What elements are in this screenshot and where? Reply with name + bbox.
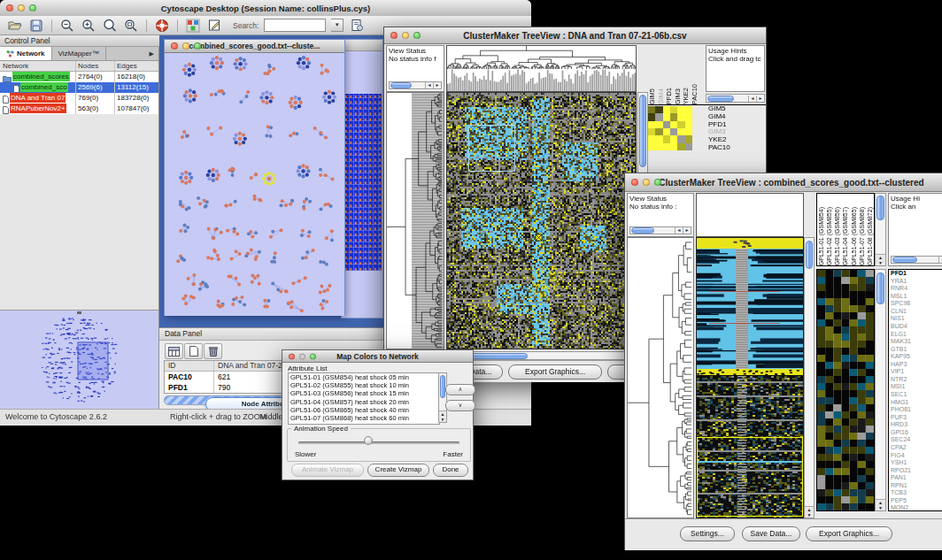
close-icon[interactable] bbox=[289, 353, 295, 359]
create-vizmap-button[interactable]: Create Vizmap bbox=[367, 464, 429, 477]
matrix-cell[interactable] bbox=[655, 143, 662, 150]
attribute-item[interactable]: GPL51-01 (GSM854) heat shock 05 min bbox=[289, 373, 439, 381]
matrix-cell[interactable] bbox=[677, 143, 684, 150]
matrix-cell[interactable] bbox=[685, 143, 692, 150]
heatmap-vertical-scrollbar[interactable]: ▲▼ bbox=[804, 237, 815, 518]
network-list-item[interactable]: RNAPuberNov2+563(0)107847(0) bbox=[0, 104, 158, 114]
tab-network[interactable]: Network bbox=[0, 47, 52, 60]
zoom-heatmap-matrix[interactable] bbox=[648, 106, 692, 150]
matrix-cell[interactable] bbox=[685, 135, 692, 142]
treeview2-title-bar[interactable]: ClusterMaker TreeView : combined_scores_… bbox=[625, 173, 942, 192]
matrix-cell[interactable] bbox=[663, 113, 670, 120]
heatmap-horizontal-scrollbar[interactable]: ◄► bbox=[446, 351, 647, 360]
zoom-vertical-scrollbar[interactable]: ▲▼ bbox=[875, 269, 886, 511]
new-attribute-icon[interactable] bbox=[184, 343, 203, 359]
scroll-arrows[interactable]: ▲▼ bbox=[805, 506, 814, 518]
close-icon[interactable] bbox=[390, 32, 398, 39]
scrollbar-thumb[interactable] bbox=[639, 95, 646, 167]
minimize-icon[interactable] bbox=[299, 353, 305, 359]
view-status-scrollbar[interactable]: ◄► bbox=[629, 226, 691, 234]
matrix-cell[interactable] bbox=[685, 121, 692, 128]
matrix-cell[interactable] bbox=[677, 135, 684, 142]
network-list-header[interactable]: Network Nodes Edges bbox=[0, 61, 158, 72]
col-id[interactable]: ID bbox=[165, 361, 214, 371]
network-overview-navigator[interactable] bbox=[0, 310, 158, 410]
matrix-cell[interactable] bbox=[685, 106, 692, 113]
matrix-cell[interactable] bbox=[685, 128, 692, 135]
matrix-cell[interactable] bbox=[648, 143, 655, 150]
search-input[interactable] bbox=[264, 19, 326, 32]
minimize-icon[interactable] bbox=[643, 179, 650, 186]
matrix-cell[interactable] bbox=[655, 128, 662, 135]
usage-hints-scrollbar[interactable]: ◄► bbox=[891, 256, 942, 264]
background-window-title-bar[interactable] bbox=[342, 40, 382, 51]
matrix-cell[interactable] bbox=[663, 128, 670, 135]
col-edges[interactable]: Edges bbox=[115, 61, 158, 71]
matrix-cell[interactable] bbox=[655, 113, 662, 120]
matrix-cell[interactable] bbox=[677, 128, 684, 135]
zoom-window-icon[interactable] bbox=[310, 353, 316, 359]
scroll-arrows[interactable]: ▲▼ bbox=[876, 499, 885, 510]
save-icon[interactable] bbox=[28, 19, 44, 33]
export-graphics-button[interactable]: Export Graphics... bbox=[508, 364, 602, 380]
close-icon[interactable] bbox=[6, 4, 13, 12]
zoom-fit-icon[interactable] bbox=[123, 19, 139, 33]
matrix-cell[interactable] bbox=[648, 128, 655, 135]
minimize-icon[interactable] bbox=[18, 4, 25, 12]
tab-overflow-arrow-icon[interactable]: ▶ bbox=[145, 47, 158, 60]
scroll-right-icon[interactable]: ► bbox=[756, 96, 764, 102]
dense-network-cluster[interactable] bbox=[344, 94, 382, 271]
zoom-out-icon[interactable] bbox=[59, 19, 75, 33]
done-button[interactable]: Done bbox=[433, 464, 468, 477]
matrix-cell[interactable] bbox=[663, 135, 670, 142]
window-controls[interactable] bbox=[6, 4, 36, 12]
scroll-left-icon[interactable]: ◄ bbox=[938, 257, 942, 263]
zoom-window-icon[interactable] bbox=[654, 179, 661, 186]
usage-hints-scrollbar[interactable]: ◄► bbox=[706, 94, 765, 103]
matrix-cell[interactable] bbox=[655, 121, 662, 128]
scroll-left-icon[interactable]: ◄ bbox=[675, 227, 683, 234]
scrollbar-thumb[interactable] bbox=[806, 241, 813, 269]
network-list-item[interactable]: combined_sco2569(6)13112(15) bbox=[0, 82, 158, 93]
close-icon[interactable] bbox=[171, 42, 178, 50]
delete-attribute-trash-icon[interactable] bbox=[204, 343, 222, 359]
matrix-cell[interactable] bbox=[677, 121, 684, 128]
scroll-arrows[interactable]: ▲▼ bbox=[439, 410, 446, 422]
heatmap-global-view[interactable] bbox=[446, 92, 637, 349]
col-network[interactable]: Network bbox=[0, 61, 76, 71]
matrix-cell[interactable] bbox=[670, 135, 677, 142]
heatmap-global-view[interactable] bbox=[696, 237, 804, 518]
scroll-right-icon[interactable]: ► bbox=[683, 227, 691, 234]
speed-slider-thumb[interactable] bbox=[364, 436, 373, 445]
attribute-item[interactable]: GPL51-03 (GSM856) heat shock 15 min bbox=[289, 389, 439, 397]
attribute-list[interactable]: GPL51-01 (GSM854) heat shock 05 minGPL51… bbox=[288, 372, 440, 425]
help-lifering-icon[interactable] bbox=[154, 19, 170, 33]
column-labels-scrollbar[interactable]: ▲▼ bbox=[875, 193, 886, 266]
matrix-cell[interactable] bbox=[670, 143, 677, 150]
matrix-cell[interactable] bbox=[648, 113, 655, 120]
scrollbar-thumb[interactable] bbox=[876, 196, 884, 220]
search-settings-icon[interactable] bbox=[349, 19, 365, 33]
vizmap-icon[interactable] bbox=[185, 19, 201, 33]
zoom-in-icon[interactable] bbox=[81, 19, 97, 33]
zoom-heatmap[interactable] bbox=[816, 269, 875, 511]
attribute-item[interactable]: GPL51-07 (GSM868) heat shock 60 min bbox=[289, 414, 439, 422]
matrix-cell[interactable] bbox=[648, 121, 655, 128]
network-canvas[interactable] bbox=[165, 53, 344, 316]
network-list-item[interactable]: combined_scores2764(0)16218(0) bbox=[0, 72, 158, 82]
search-dropdown-arrow-icon[interactable]: ▼ bbox=[331, 19, 344, 32]
navigator-thumbnail[interactable] bbox=[0, 311, 158, 410]
attribute-item[interactable]: GPL51-02 (GSM855) heat shock 10 min bbox=[289, 381, 439, 389]
matrix-cell[interactable] bbox=[670, 113, 677, 120]
matrix-cell[interactable] bbox=[677, 106, 684, 113]
main-title-bar[interactable]: Cytoscape Desktop (Session Name: collins… bbox=[0, 0, 531, 17]
matrix-cell[interactable] bbox=[670, 121, 677, 128]
zoom-window-icon[interactable] bbox=[194, 42, 201, 50]
scrollbar-thumb[interactable] bbox=[876, 272, 884, 304]
animate-vizmap-button[interactable]: Animate Vizmap bbox=[291, 464, 364, 477]
matrix-cell[interactable] bbox=[663, 143, 670, 150]
zoom-window-icon[interactable] bbox=[29, 4, 36, 12]
col-nodes[interactable]: Nodes bbox=[76, 61, 115, 71]
network-view-title-bar[interactable]: combined_scores_good.txt--cluste... bbox=[165, 40, 344, 53]
network-list-item[interactable]: DNA and Tran 07769(0)183728(0) bbox=[0, 93, 158, 104]
